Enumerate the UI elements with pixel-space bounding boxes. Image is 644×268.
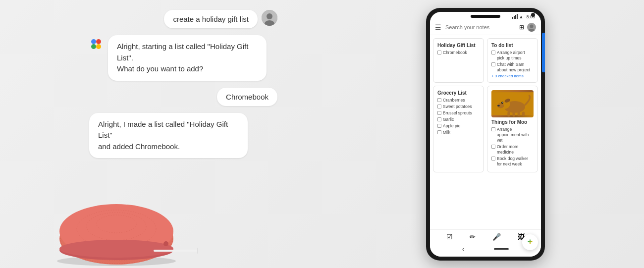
toolbar-checkbox-icon[interactable]: ☑: [446, 233, 453, 241]
google-assistant-logo: [89, 37, 103, 51]
todo-label-2: Chat with Sam about new project: [497, 62, 534, 73]
checkbox-apple-pie[interactable]: [437, 124, 441, 128]
chat-area: create a holiday gift list: [89, 10, 277, 158]
user-bubble-2: Chromebook: [217, 88, 277, 106]
checked-count: + 3 checked items: [491, 74, 534, 78]
left-panel: create a holiday gift list: [0, 0, 347, 268]
assistant-text-1: Alright, starting a list called "Holiday…: [117, 42, 248, 73]
grocery-item-6: Milk: [437, 130, 480, 135]
svg-point-5: [91, 44, 96, 49]
svg-point-3: [91, 39, 96, 44]
note-things-for-moo[interactable]: Things for Moo Arrange appointment with …: [487, 86, 538, 172]
svg-rect-35: [522, 111, 525, 116]
checkbox-brussel[interactable]: [437, 111, 441, 115]
signal-icon: [512, 14, 518, 20]
svg-point-1: [267, 13, 272, 19]
grocery-label-6: Milk: [443, 130, 450, 135]
dog-photo: [491, 90, 534, 117]
svg-rect-21: [197, 248, 198, 254]
checkbox-medicine[interactable]: [491, 145, 495, 149]
grid-icon[interactable]: ⊞: [519, 24, 524, 31]
grocery-label-1: Cranberries: [443, 98, 465, 103]
moo-item-1: Arrange appointment with vet: [491, 127, 534, 143]
svg-rect-20: [154, 250, 198, 252]
back-arrow[interactable]: ‹: [462, 246, 464, 253]
phone-screen: ▲ 8:00 ☰ Search your notes ⊞: [430, 12, 541, 257]
search-icons: ⊞: [519, 23, 536, 32]
assistant-message-row-2: Alright, I made a list called "Holiday G…: [89, 113, 277, 159]
toolbar-mic-icon[interactable]: 🎤: [492, 233, 501, 241]
svg-point-18: [59, 240, 173, 258]
svg-rect-32: [507, 111, 510, 116]
google-home-mini: [40, 167, 198, 268]
grocery-list-title: Grocery List: [437, 90, 480, 96]
svg-point-29: [501, 102, 503, 104]
todo-item-2: Chat with Sam about new project: [491, 62, 534, 73]
right-panel: ▲ 8:00 ☰ Search your notes ⊞: [357, 0, 644, 268]
svg-point-30: [502, 102, 503, 103]
checkbox-airport[interactable]: [491, 51, 495, 54]
note-todo-list[interactable]: To do list Arrange airport pick up times…: [487, 38, 538, 83]
hamburger-icon[interactable]: ☰: [435, 23, 441, 31]
svg-rect-34: [518, 111, 520, 116]
moo-label-2: Order more medicine: [497, 144, 534, 155]
holiday-gift-list-title: Holiday Gift List: [437, 43, 480, 48]
svg-point-6: [96, 44, 101, 49]
wifi-icon: ▲: [519, 14, 524, 19]
user-message-text-1: create a holiday gift list: [173, 15, 249, 23]
svg-point-36: [497, 105, 500, 106]
todo-list-title: To do list: [491, 43, 534, 48]
todo-label-1: Arrange airport pick up times: [497, 50, 534, 61]
grocery-label-3: Brussel sprouts: [443, 110, 472, 116]
phone-device: ▲ 8:00 ☰ Search your notes ⊞: [426, 8, 545, 261]
moo-label-1: Arrange appointment with vet: [497, 127, 534, 143]
checkbox-dog-walker[interactable]: [491, 157, 495, 161]
grocery-item-5: Apple pie: [437, 123, 480, 129]
note-holiday-gift-list[interactable]: Holiday Gift List Chromebook: [433, 38, 484, 83]
phone-speaker-grill: [471, 15, 500, 18]
things-for-moo-title: Things for Moo: [491, 119, 534, 125]
assistant-bubble-1: Alright, starting a list called "Holiday…: [108, 35, 267, 81]
fab-button[interactable]: +: [522, 234, 538, 250]
user-avatar: [262, 10, 277, 26]
note-grocery-list[interactable]: Grocery List Cranberries Sweet potatoes …: [433, 86, 484, 172]
grocery-label-4: Garlic: [443, 117, 454, 122]
checkbox-chromebook[interactable]: [437, 51, 441, 54]
grocery-item-3: Brussel sprouts: [437, 110, 480, 116]
assistant-bubble-2: Alright, I made a list called "Holiday G…: [89, 113, 248, 159]
assistant-message-row-1: Alright, starting a list called "Holiday…: [89, 35, 277, 81]
search-placeholder: Search your notes: [445, 24, 515, 30]
todo-item-1: Arrange airport pick up times: [491, 50, 534, 61]
grocery-item-2: Sweet potatoes: [437, 104, 480, 109]
checkbox-sweet-potatoes[interactable]: [437, 105, 441, 108]
phone-search-bar[interactable]: ☰ Search your notes ⊞: [430, 21, 541, 35]
home-pill[interactable]: [494, 248, 509, 250]
svg-point-4: [96, 39, 101, 44]
moo-label-3: Book dog walker for next week: [497, 156, 534, 167]
holiday-item-chromebook: Chromebook: [437, 50, 480, 55]
checkbox-milk[interactable]: [437, 130, 441, 134]
user-message-row-2: Chromebook: [89, 88, 277, 106]
assistant-text-2: Alright, I made a list called "Holiday G…: [98, 120, 228, 151]
grocery-label-5: Apple pie: [443, 123, 460, 129]
moo-item-3: Book dog walker for next week: [491, 156, 534, 167]
user-message-row-1: create a holiday gift list: [89, 10, 277, 28]
profile-avatar[interactable]: [527, 23, 536, 32]
checkbox-garlic[interactable]: [437, 117, 441, 121]
user-bubble-1: create a holiday gift list: [164, 10, 258, 28]
grocery-item-4: Garlic: [437, 117, 480, 122]
dog-image: [491, 90, 534, 117]
notes-grid: Holiday Gift List Chromebook To do list …: [430, 35, 541, 229]
toolbar-pencil-icon[interactable]: ✏: [470, 233, 476, 241]
grocery-item-1: Cranberries: [437, 98, 480, 103]
grocery-label-2: Sweet potatoes: [443, 104, 472, 109]
fab-plus-icon: +: [528, 237, 533, 247]
checkbox-sam[interactable]: [491, 62, 495, 66]
user-message-text-2: Chromebook: [226, 93, 268, 101]
moo-item-2: Order more medicine: [491, 144, 534, 155]
item-label-chromebook: Chromebook: [443, 50, 467, 55]
svg-point-19: [163, 241, 168, 246]
checkbox-cranberries[interactable]: [437, 98, 441, 102]
checkbox-vet[interactable]: [491, 127, 495, 131]
svg-point-23: [530, 24, 534, 28]
